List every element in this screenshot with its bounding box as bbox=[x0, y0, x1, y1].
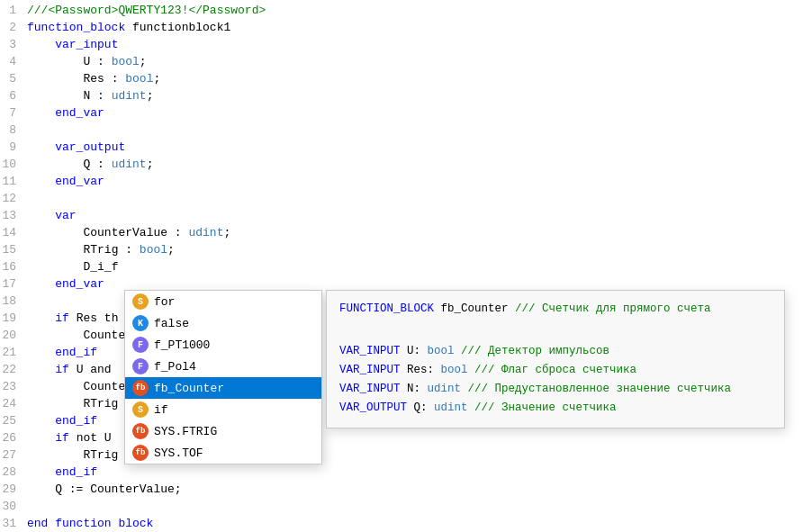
autocomplete-dropdown[interactable]: SforKfalseFf_PT1000Ff_Pol4fbfb_CounterSi… bbox=[124, 290, 322, 464]
docs-param-type: udint bbox=[420, 383, 461, 395]
line-content: if not U bbox=[27, 431, 112, 445]
code-line: 10 Q : udint; bbox=[0, 158, 803, 175]
code-line: 14 CounterValue : udint; bbox=[0, 226, 803, 243]
ac-item-label: if bbox=[154, 403, 168, 417]
docs-param: VAR_INPUT N: udint /// Предустановленное… bbox=[339, 380, 771, 399]
ac-item-label: false bbox=[154, 317, 189, 330]
line-number: 22 bbox=[0, 363, 27, 376]
line-number: 20 bbox=[0, 329, 27, 342]
line-number: 2 bbox=[0, 21, 27, 34]
code-line: 6 N : udint; bbox=[0, 89, 803, 106]
docs-param-type: udint bbox=[428, 401, 468, 414]
line-number: 13 bbox=[0, 209, 27, 222]
ac-item-label: for bbox=[154, 295, 175, 309]
line-number: 11 bbox=[0, 175, 27, 188]
code-line: 12 bbox=[0, 192, 803, 209]
ac-icon-s: S bbox=[132, 401, 149, 418]
code-line: 13 var bbox=[0, 209, 803, 226]
docs-param-comment: /// Детектор импульсов bbox=[455, 345, 610, 357]
line-content: var bbox=[27, 209, 77, 222]
code-line: 28 end_if bbox=[0, 465, 803, 482]
line-content: if U and bbox=[27, 363, 112, 376]
docs-block-name: fb_Counter bbox=[434, 302, 509, 315]
code-line: 31end function block bbox=[0, 517, 803, 532]
autocomplete-item-SYS.TOF[interactable]: fbSYS.TOF bbox=[125, 442, 321, 464]
line-number: 31 bbox=[0, 517, 27, 530]
line-content: Res : bool; bbox=[27, 72, 160, 86]
docs-param-name: Res: bbox=[401, 364, 435, 376]
line-content: end_if bbox=[27, 465, 97, 479]
line-content: D_i_f bbox=[27, 260, 118, 274]
line-number: 21 bbox=[0, 346, 27, 359]
ac-icon-f: F bbox=[132, 358, 149, 374]
ac-item-label: SYS.FTRIG bbox=[154, 425, 217, 438]
line-content: if Res th bbox=[27, 311, 118, 325]
line-content: end_if bbox=[27, 346, 97, 359]
docs-param-name: Q: bbox=[407, 401, 428, 414]
docs-param: VAR_OUTPUT Q: udint /// Значение счетчик… bbox=[339, 399, 771, 418]
line-number: 7 bbox=[0, 106, 27, 120]
code-editor: 1///<Password>QWERTY123!</Password>2func… bbox=[0, 0, 803, 532]
line-content: end_if bbox=[27, 414, 97, 428]
docs-param-label: VAR_INPUT bbox=[339, 345, 401, 357]
docs-param: VAR_INPUT U: bool /// Детектор импульсов bbox=[339, 342, 771, 361]
line-content: end_var bbox=[27, 277, 104, 291]
line-number: 14 bbox=[0, 226, 27, 239]
line-content: function_block functionblock1 bbox=[27, 21, 230, 34]
code-line: 4 U : bool; bbox=[0, 55, 803, 72]
autocomplete-item-false[interactable]: Kfalse bbox=[125, 312, 321, 334]
autocomplete-item-f_PT1000[interactable]: Ff_PT1000 bbox=[125, 334, 321, 356]
ac-item-label: fb_Counter bbox=[154, 382, 224, 395]
autocomplete-item-if[interactable]: Sif bbox=[125, 399, 321, 420]
docs-param-label: VAR_OUTPUT bbox=[339, 401, 407, 414]
code-line: 16 D_i_f bbox=[0, 260, 803, 277]
ac-icon-fb: fb bbox=[132, 423, 149, 439]
ac-item-label: f_PT1000 bbox=[154, 338, 210, 352]
docs-param-type: bool bbox=[420, 345, 455, 357]
code-line: 15 RTrig : bool; bbox=[0, 243, 803, 260]
line-number: 27 bbox=[0, 448, 27, 462]
docs-keyword: FUNCTION_BLOCK bbox=[339, 302, 434, 315]
autocomplete-item-f_Pol4[interactable]: Ff_Pol4 bbox=[125, 356, 321, 377]
line-number: 28 bbox=[0, 465, 27, 479]
line-number: 17 bbox=[0, 277, 27, 291]
line-number: 25 bbox=[0, 414, 27, 428]
line-number: 24 bbox=[0, 397, 27, 410]
autocomplete-item-SYS.FTRIG[interactable]: fbSYS.FTRIG bbox=[125, 420, 321, 442]
code-line: 11 end_var bbox=[0, 175, 803, 192]
line-content: end function block bbox=[27, 517, 153, 530]
line-content: RTrig bbox=[27, 448, 118, 462]
line-number: 26 bbox=[0, 431, 27, 445]
code-line: 26 if not U bbox=[0, 431, 803, 448]
docs-param-comment: /// Значение счетчика bbox=[468, 401, 617, 414]
line-number: 4 bbox=[0, 55, 27, 68]
line-content: ///<Password>QWERTY123!</Password> bbox=[27, 4, 266, 17]
autocomplete-item-fb_Counter[interactable]: fbfb_Counter bbox=[125, 377, 321, 399]
docs-block-comment: /// Счетчик для прямого счета bbox=[509, 302, 711, 315]
code-line: 7 end_var bbox=[0, 106, 803, 123]
line-number: 8 bbox=[0, 123, 27, 137]
line-content: end_var bbox=[27, 106, 104, 120]
line-content: CounterValue : udint; bbox=[27, 226, 230, 239]
docs-param-label: VAR_INPUT bbox=[339, 383, 401, 395]
docs-param-label: VAR_INPUT bbox=[339, 364, 401, 376]
line-number: 12 bbox=[0, 192, 27, 205]
line-number: 16 bbox=[0, 260, 27, 274]
code-line: 27 RTrig bbox=[0, 448, 803, 465]
code-line: 29 Q := CounterValue; bbox=[0, 482, 803, 500]
docs-param-type: bool bbox=[434, 364, 468, 376]
docs-title: FUNCTION_BLOCK fb_Counter /// Счетчик дл… bbox=[339, 300, 771, 319]
code-line: 5 Res : bool; bbox=[0, 72, 803, 89]
line-content: Counte bbox=[27, 329, 125, 342]
line-content: Q := CounterValue; bbox=[27, 482, 182, 496]
ac-icon-fb: fb bbox=[132, 380, 149, 396]
ac-icon-s: S bbox=[132, 293, 149, 310]
ac-icon-fb: fb bbox=[132, 445, 149, 461]
ac-item-label: SYS.TOF bbox=[154, 446, 203, 460]
line-number: 15 bbox=[0, 243, 27, 257]
code-line: 9 var_output bbox=[0, 140, 803, 158]
code-lines: 1///<Password>QWERTY123!</Password>2func… bbox=[0, 0, 803, 532]
autocomplete-item-for[interactable]: Sfor bbox=[125, 291, 321, 312]
docs-param: VAR_INPUT Res: bool /// Флаг сброса счет… bbox=[339, 361, 771, 380]
line-content: Counte bbox=[27, 380, 125, 393]
